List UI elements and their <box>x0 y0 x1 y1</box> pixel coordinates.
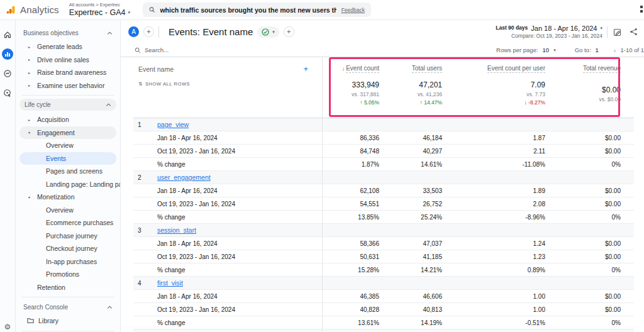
event-name-link[interactable]: user_engagement <box>157 174 211 181</box>
show-all-rows-button[interactable]: ⇅ SHOW ALL ROWS <box>138 81 308 87</box>
sidebar-item-generate-leads[interactable]: ▸Generate leads <box>19 40 116 53</box>
sidebar-item-engagement-overview[interactable]: Overview <box>19 139 116 152</box>
reports-icon[interactable] <box>2 48 13 60</box>
value-event-count-per-user: -8.96% <box>442 211 545 223</box>
chevron-down-icon: ▾ <box>600 25 602 31</box>
value-total-revenue: $0.00 <box>545 197 634 210</box>
sidebar-item-checkout-journey[interactable]: Checkout journey <box>19 242 116 255</box>
column-header[interactable]: Event count per user <box>487 65 545 72</box>
value-total-users: 14.61% <box>379 158 442 170</box>
section-search-console[interactable]: Search Console <box>16 301 120 313</box>
chevron-down-icon[interactable]: ▾ <box>553 48 556 53</box>
feedback-link[interactable]: Feedback <box>341 7 365 13</box>
value-event-count: 40,828 <box>323 303 379 316</box>
sidebar-item-events[interactable]: Events <box>19 152 116 165</box>
chevron-down-icon: ▾ <box>128 10 130 15</box>
metric-column-total-users: Total users 47,201 vs. 41,236 ↑ 14.47% <box>379 57 442 118</box>
event-name-link[interactable]: session_start <box>157 226 196 234</box>
triangle-down-icon: ▾ <box>28 130 30 135</box>
sidebar-item-promotions[interactable]: Promotions <box>19 268 116 281</box>
edit-report-icon[interactable] <box>612 26 623 38</box>
sidebar-item-retention[interactable]: Retention <box>19 281 116 294</box>
event-name-link[interactable]: page_view <box>157 121 189 128</box>
section-life-cycle[interactable]: Life cycle <box>19 99 116 111</box>
rows-per-page-label: Rows per page: <box>496 47 538 53</box>
total-delta: ↓ -8.27% <box>524 99 545 106</box>
sidebar-item-purchase-journey[interactable]: Purchase journey <box>19 230 116 243</box>
dimension-header-label[interactable]: Event name <box>138 65 174 73</box>
sidebar-item-ecommerce-purchases[interactable]: Ecommerce purchases <box>19 216 116 230</box>
add-dimension-icon[interactable]: + <box>303 65 308 73</box>
sort-descending-icon: ↓ <box>342 65 345 72</box>
period-label: Jan 18 - Apr 16, 2024 <box>152 237 323 250</box>
explore-icon[interactable] <box>2 68 13 79</box>
metric-column-total-revenue: Total revenue $0.00 vs. $0.00 <box>545 57 634 118</box>
section-business-objectives[interactable]: Business objectives <box>16 26 120 39</box>
sidebar-item-monetization-overview[interactable]: Overview <box>19 204 116 217</box>
rows-per-page-select[interactable]: 10 <box>543 47 550 53</box>
total-value: 47,201 <box>419 80 442 89</box>
previous-page-icon[interactable]: ‹ <box>614 47 616 54</box>
report-customized-badge[interactable]: ▾ <box>257 26 279 38</box>
admin-gear-icon[interactable]: ⚙ <box>4 323 11 331</box>
sidebar-item-landing-page[interactable]: Landing page: Landing page <box>19 178 116 191</box>
value-event-count-per-user: -0.51% <box>442 316 545 329</box>
sidebar-item-raise-brand-awareness[interactable]: ▸Raise brand awareness <box>19 66 116 79</box>
property-switcher[interactable]: All accounts > Expertrec Expertrec - GA4… <box>69 3 130 17</box>
table-row-current-period: Jan 18 - Apr 16, 2024 46,385 46,606 1.00… <box>133 290 634 303</box>
period-label: Oct 19, 2023 - Jan 16, 2024 <box>152 145 323 157</box>
row-index: 3 <box>133 224 152 236</box>
value-total-users: 26,752 <box>379 197 442 210</box>
add-report-button[interactable]: + <box>284 26 294 37</box>
total-vs: vs. 317,881 <box>352 91 379 97</box>
value-event-count-per-user: 1.23 <box>442 250 545 263</box>
apps-grid-icon-partial[interactable] <box>640 6 643 13</box>
table-row-event: 1 page_view <box>133 118 634 131</box>
property-name: Expertrec - GA4 <box>69 8 126 17</box>
sidebar-item-examine-user-behavior[interactable]: ▸Examine user behavior <box>19 79 116 92</box>
chevron-down-icon: ▾ <box>272 30 275 35</box>
value-event-count-per-user: 1.00 <box>442 290 545 302</box>
divider <box>22 331 114 331</box>
report-nav-drawer: Business objectives ▸Generate leads ▸Dri… <box>16 20 121 332</box>
divider <box>22 95 114 96</box>
value-total-users: 46,606 <box>379 290 442 302</box>
compare-range-text: Compare: Oct 19, 2023 - Jan 16, 2024 <box>496 33 602 40</box>
analytics-logo[interactable]: Analytics <box>0 4 69 15</box>
sidebar-item-in-app-purchases[interactable]: In-app purchases <box>19 255 116 268</box>
column-header[interactable]: Total revenue <box>583 65 621 72</box>
home-icon[interactable] <box>2 29 13 40</box>
date-preset-label: Last 90 days <box>496 25 528 31</box>
expand-rows-icon: ⇅ <box>138 81 143 87</box>
value-total-revenue: $0.00 <box>545 237 634 250</box>
analytics-logo-icon <box>6 5 16 14</box>
goto-input[interactable]: 1 <box>596 47 599 53</box>
sidebar-item-acquisition[interactable]: ▸Acquisition <box>19 113 116 126</box>
value-total-revenue: $0.00 <box>545 250 634 263</box>
add-comparison-button[interactable]: + <box>143 26 154 37</box>
value-event-count: 84,748 <box>323 145 379 157</box>
user-avatar[interactable]: A <box>128 26 139 37</box>
sidebar-item-monetization[interactable]: ▾Monetization <box>19 191 116 204</box>
sidebar-item-engagement[interactable]: ▾Engagement <box>19 126 116 140</box>
share-icon[interactable] <box>628 26 639 38</box>
table-search-field[interactable]: Search... <box>135 47 169 53</box>
period-label: Jan 18 - Apr 16, 2024 <box>152 290 323 302</box>
row-index: 2 <box>133 171 152 184</box>
date-range-picker[interactable]: Last 90 days Jan 18 - Apr 16, 2024 ▾ Com… <box>496 24 602 40</box>
column-header[interactable]: Total users <box>412 65 442 72</box>
advertising-icon[interactable] <box>2 87 13 99</box>
event-name-link[interactable]: first_visit <box>157 279 183 287</box>
sidebar-item-pages-and-screens[interactable]: Pages and screens <box>19 165 116 178</box>
value-total-revenue: $0.00 <box>545 290 634 302</box>
divider <box>22 297 114 297</box>
nav-rail: ⚙ <box>0 20 16 332</box>
column-header[interactable]: ↓Event count <box>342 65 379 72</box>
value-event-count: 50,631 <box>323 250 379 263</box>
total-vs: vs. $0.00 <box>599 96 621 102</box>
sidebar-item-drive-online-sales[interactable]: ▸Drive online sales <box>19 53 116 67</box>
sidebar-item-library[interactable]: Library <box>19 314 116 328</box>
total-delta: ↑ 5.05% <box>360 99 379 106</box>
value-total-users: 46,184 <box>379 131 442 144</box>
insights-search-bar[interactable]: which traffic sources brought you the mo… <box>143 3 371 17</box>
